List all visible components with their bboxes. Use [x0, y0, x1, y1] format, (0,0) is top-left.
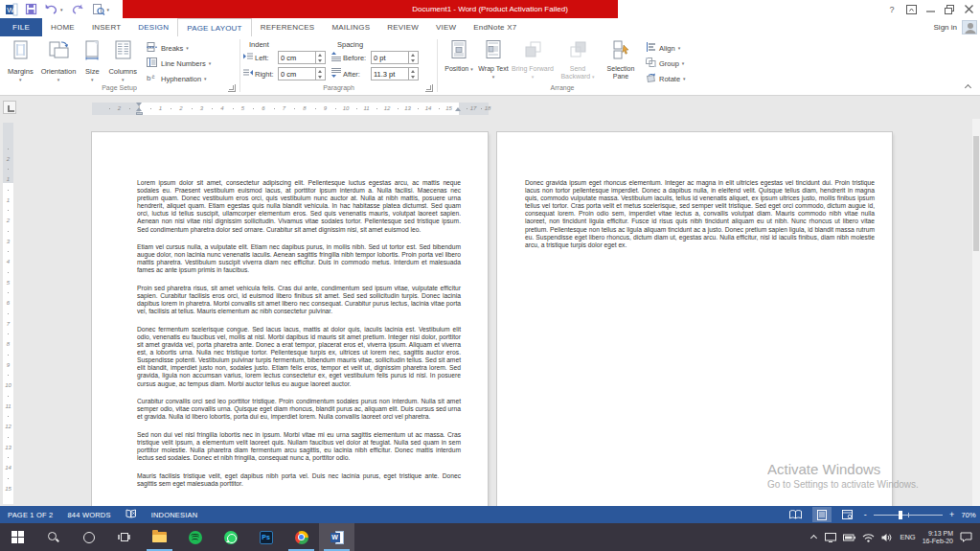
spacing-after-stepper[interactable] [409, 67, 419, 80]
margins-button[interactable]: Margins ▾ [4, 38, 37, 82]
language-indicator[interactable]: INDONESIAN [151, 511, 198, 519]
chrome-icon [295, 531, 308, 544]
help-button[interactable]: ? [882, 0, 901, 18]
restore-button[interactable] [940, 0, 959, 18]
position-button[interactable]: Position ▾ [443, 38, 475, 82]
word-window: Document1 - Word (Product Activation Fai… [0, 0, 980, 551]
battery-tray-icon[interactable] [843, 534, 855, 541]
page-setup-dialog-launcher[interactable] [228, 84, 236, 92]
spotify-button[interactable] [177, 523, 213, 551]
chrome-button[interactable] [284, 523, 319, 551]
collapse-ribbon-button[interactable] [965, 84, 972, 90]
document-page-2[interactable]: Donec gravida ipsum eget rhoncus element… [497, 132, 892, 506]
user-avatar[interactable] [962, 20, 977, 34]
volume-tray-icon[interactable] [881, 533, 893, 542]
whatsapp-button[interactable] [213, 523, 248, 551]
ribbon-tab[interactable]: INSERT [83, 18, 129, 36]
vertical-ruler[interactable]: 21123456789101112131415 [3, 123, 13, 504]
read-mode-button[interactable] [786, 507, 806, 522]
system-tray: ENG 9:13 PM 16-Feb-20 [810, 523, 980, 551]
print-preview-button[interactable] [93, 4, 104, 15]
indent-left-stepper[interactable] [316, 51, 326, 64]
ribbon-tab[interactable]: DESIGN [129, 18, 177, 36]
ribbon-display-options-button[interactable] [901, 0, 921, 18]
wifi-tray-icon[interactable] [862, 533, 875, 542]
horizontal-ruler[interactable]: 21 123456789101112131415 1718 [92, 103, 489, 115]
windows-logo-icon [11, 531, 24, 543]
language-tray-indicator[interactable]: ENG [900, 533, 915, 541]
undo-button[interactable] [45, 5, 57, 14]
document-area[interactable]: 21123456789101112131415 Lorem ipsum dolo… [0, 119, 980, 506]
qat-customize-caret-icon[interactable]: ▾ [107, 7, 110, 12]
clock[interactable]: 9:13 PM 16-Feb-20 [923, 530, 953, 545]
spacing-before-input[interactable] [371, 51, 409, 64]
first-line-indent-marker[interactable] [136, 103, 142, 106]
close-button[interactable] [959, 0, 978, 18]
indent-right-input[interactable] [278, 67, 316, 80]
breaks-button[interactable]: Breaks ▾ [147, 42, 211, 54]
start-button[interactable] [0, 523, 35, 551]
spacing-after-icon [331, 68, 341, 80]
group-label-paragraph: Paragraph [241, 82, 436, 94]
ribbon-tab[interactable]: HOME [42, 18, 83, 36]
zoom-out-button[interactable]: - [864, 511, 867, 519]
group-arrange: Position ▾ Wrap Text ▾ Bring Forward ▾ S… [439, 36, 686, 95]
cortana-button[interactable] [71, 523, 106, 551]
selection-pane-icon [612, 40, 629, 63]
line-numbers-button[interactable]: Line Numbers ▾ [147, 57, 211, 69]
ribbon-tab[interactable]: VIEW [427, 18, 465, 36]
scrollbar-thumb[interactable] [973, 136, 979, 251]
size-button[interactable]: Size ▾ [80, 38, 104, 82]
print-layout-button[interactable] [812, 507, 832, 522]
display-tray-icon[interactable] [825, 533, 836, 542]
word-icon: W [330, 531, 344, 544]
paragraph-dialog-launcher[interactable] [425, 84, 433, 92]
file-explorer-button[interactable] [142, 523, 177, 551]
search-button[interactable] [35, 523, 71, 551]
send-backward-icon [569, 40, 586, 63]
right-indent-marker[interactable] [455, 107, 461, 111]
zoom-slider[interactable] [874, 515, 943, 516]
ribbon-tab[interactable]: REFERENCES [252, 18, 324, 36]
photoshop-button[interactable]: Ps [248, 523, 284, 551]
indent-right-stepper[interactable] [316, 67, 326, 80]
spacing-after-input[interactable] [371, 67, 409, 80]
task-view-button[interactable] [106, 523, 142, 551]
hanging-indent-marker[interactable] [136, 107, 142, 111]
zoom-slider-thumb[interactable] [899, 511, 902, 519]
word-count[interactable]: 844 WORDS [68, 511, 111, 519]
bring-forward-icon [524, 40, 541, 63]
tab-stop-selector[interactable] [3, 101, 16, 114]
redo-button[interactable] [72, 5, 84, 14]
orientation-button[interactable]: Orientation ▾ [37, 38, 80, 82]
ribbon-tab[interactable]: REVIEW [378, 18, 427, 36]
group-button[interactable]: Group ▾ [646, 57, 686, 69]
ribbon-tab[interactable]: PAGE LAYOUT [177, 18, 251, 36]
wrap-text-button[interactable]: Wrap Text ▾ [477, 38, 510, 82]
align-icon [646, 42, 656, 54]
ribbon-tab[interactable]: EndNote X7 [465, 18, 525, 36]
sign-in-link[interactable]: Sign in [934, 18, 957, 36]
word-taskbar-button[interactable]: W [319, 523, 354, 551]
vertical-scrollbar[interactable] [972, 119, 980, 506]
tab-file[interactable]: FILE [0, 18, 42, 36]
hidden-icons-chevron[interactable] [810, 534, 818, 541]
ribbon-tab[interactable]: MAILINGS [323, 18, 378, 36]
action-center-icon[interactable] [960, 532, 972, 542]
web-layout-button[interactable] [838, 507, 857, 522]
page-indicator[interactable]: PAGE 1 OF 2 [8, 511, 54, 519]
undo-caret-icon[interactable]: ▾ [60, 7, 63, 12]
left-indent-marker[interactable] [136, 112, 143, 115]
zoom-in-button[interactable]: + [949, 511, 954, 519]
zoom-level[interactable]: 70% [961, 511, 976, 519]
columns-button[interactable]: Columns ▾ [104, 38, 141, 82]
indent-left-input[interactable] [278, 51, 316, 64]
spacing-before-stepper[interactable] [409, 51, 419, 64]
paragraph: Lorem ipsum dolor sit amet, consectetur … [137, 179, 461, 234]
selection-pane-button[interactable]: Selection Pane [602, 38, 640, 82]
align-button[interactable]: Align ▾ [646, 42, 686, 54]
document-page-1[interactable]: Lorem ipsum dolor sit amet, consectetur … [92, 132, 488, 506]
save-button[interactable] [26, 4, 36, 14]
minimize-button[interactable] [921, 0, 940, 18]
proofing-status-icon[interactable] [125, 509, 137, 520]
